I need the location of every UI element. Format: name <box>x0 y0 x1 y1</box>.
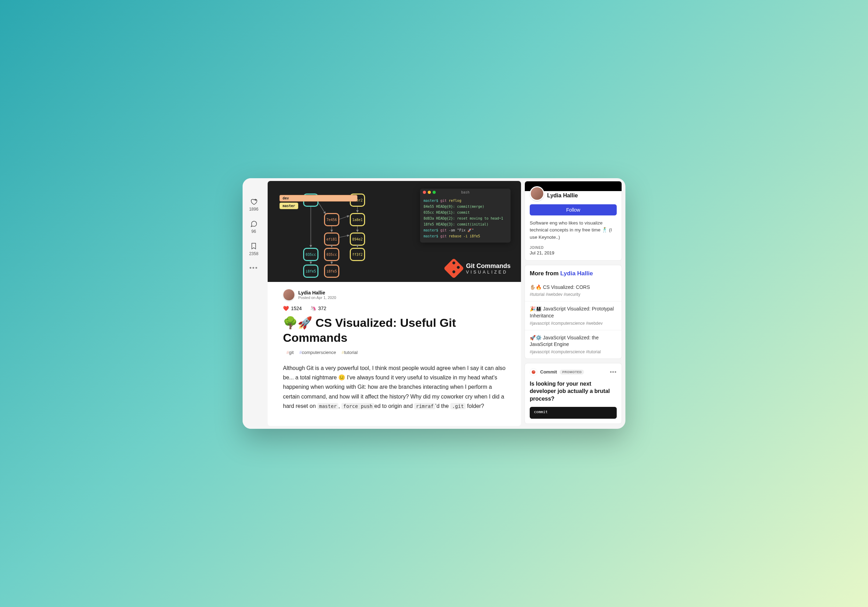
tag-list: #git #computerscience #tutorial <box>283 350 506 355</box>
profile-avatar[interactable] <box>530 186 544 201</box>
author-row: Lydia Hallie Posted on Apr 1, 2020 <box>283 289 506 301</box>
code-inline: .git <box>450 403 466 409</box>
list-item-tags: #javascript #computerscience #webdev <box>530 321 617 326</box>
more-from-list: ✋🏼🔥 CS Visualized: CORS #tutorial #webde… <box>525 280 622 358</box>
code-inline: force push <box>341 403 374 409</box>
list-item[interactable]: ✋🏼🔥 CS Visualized: CORS #tutorial #webde… <box>525 280 622 301</box>
commit-node: 035cc <box>324 248 339 261</box>
svg-line-8 <box>339 216 349 219</box>
post-date: Posted on Apr 1, 2020 <box>298 296 336 300</box>
promoted-badge: PROMOTED <box>560 370 584 375</box>
action-bar: 1896 96 2358 ••• <box>243 178 265 429</box>
tag-tutorial[interactable]: #tutorial <box>341 350 357 355</box>
joined-date: Jul 21, 2019 <box>530 250 617 255</box>
commit-node: ff3f2 <box>350 248 365 261</box>
master-tag: master <box>279 203 298 209</box>
commit-node: 1a8e1 <box>350 213 365 226</box>
commit-node: efi81 <box>324 232 339 246</box>
author-avatar[interactable] <box>283 289 295 301</box>
code-inline: rimraf <box>414 403 436 409</box>
commit-node: 035cc <box>303 248 318 261</box>
terminal-title: bash <box>420 190 511 194</box>
promo-name[interactable]: Commit <box>540 369 557 375</box>
promo-title[interactable]: Is looking for your next developer job a… <box>530 380 617 403</box>
reactions-row: ❤️ 1524 🦄 372 <box>283 306 506 311</box>
tag-git[interactable]: #git <box>287 350 294 355</box>
follow-button[interactable]: Follow <box>530 204 617 215</box>
code-inline: master <box>318 403 339 409</box>
article-paragraph: Although Git is a very powerful tool, I … <box>283 363 506 411</box>
heart-reaction[interactable]: ❤️ 1524 <box>283 306 302 311</box>
heart-icon <box>250 198 257 205</box>
bookmark-button[interactable]: 2358 <box>249 242 259 256</box>
author-name[interactable]: Lydia Hallie <box>298 290 336 296</box>
terminal-body: master$ git reflog 84e55 HEAD@{0}: commi… <box>420 196 511 243</box>
sidebar: Lydia Hallie Follow Software eng who lik… <box>521 178 625 429</box>
article: HEAD master 84e55 7e456 efi81 035cc 035c… <box>268 181 521 426</box>
comment-button[interactable]: 96 <box>250 220 257 234</box>
list-item-title: 🚀⚙️ JavaScript Visualized: the JavaScrip… <box>530 334 617 348</box>
brand-subtitle: VISUALIZED <box>466 270 511 275</box>
terminal: bash master$ git reflog 84e55 HEAD@{0}: … <box>420 189 511 243</box>
article-body: Lydia Hallie Posted on Apr 1, 2020 ❤️ 15… <box>268 282 521 424</box>
joined-label: JOINED <box>530 246 617 249</box>
heart-reaction-count: 1524 <box>291 306 302 311</box>
bookmark-count: 2358 <box>249 251 259 256</box>
comment-icon <box>250 220 257 228</box>
list-item[interactable]: 🚀⚙️ JavaScript Visualized: the JavaScrip… <box>525 330 622 358</box>
commit-node: 7e456 <box>324 213 339 226</box>
promo-logo-icon <box>530 368 537 376</box>
list-item-title: ✋🏼🔥 CS Visualized: CORS <box>530 284 617 291</box>
list-item-tags: #javascript #computerscience #tutorial <box>530 350 617 354</box>
promoted-card: Commit PROMOTED ••• Is looking for your … <box>524 363 622 424</box>
heart-emoji-icon: ❤️ <box>283 306 289 311</box>
more-from-card: More from Lydia Hallie ✋🏼🔥 CS Visualized… <box>524 265 622 359</box>
profile-name[interactable]: Lydia Hallie <box>547 192 578 199</box>
cover-brand: Git Commands VISUALIZED <box>446 261 511 276</box>
svg-line-9 <box>339 235 349 237</box>
unicorn-emoji-icon: 🦄 <box>310 306 316 311</box>
profile-card: Lydia Hallie Follow Software eng who lik… <box>524 181 622 261</box>
more-from-author-link[interactable]: Lydia Hallie <box>560 270 593 277</box>
svg-line-3 <box>318 203 326 214</box>
unicorn-reaction[interactable]: 🦄 372 <box>310 306 326 311</box>
list-item-tags: #tutorial #webdev #security <box>530 292 617 297</box>
more-actions-button[interactable]: ••• <box>250 265 258 272</box>
terminal-titlebar: bash <box>420 189 511 196</box>
promo-menu-button[interactable]: ••• <box>610 369 617 375</box>
like-button[interactable]: 1896 <box>249 198 259 212</box>
more-from-header: More from Lydia Hallie <box>525 265 622 280</box>
comment-count: 96 <box>251 229 256 234</box>
commit-node: 894e2 <box>350 232 365 246</box>
like-count: 1896 <box>249 207 259 212</box>
dev-tag: dev <box>279 195 357 201</box>
unicorn-reaction-count: 372 <box>318 306 326 311</box>
tag-computerscience[interactable]: #computerscience <box>299 350 336 355</box>
brand-title: Git Commands <box>466 262 511 270</box>
promo-image[interactable]: commit <box>530 407 617 419</box>
cover-image: HEAD master 84e55 7e456 efi81 035cc 035c… <box>268 181 521 282</box>
commit-graph: HEAD master 84e55 7e456 efi81 035cc 035c… <box>278 189 410 274</box>
list-item[interactable]: 🎉👨‍👩‍👧‍👦 JavaScript Visualized: Prototyp… <box>525 301 622 330</box>
commit-node: i8fe5 <box>324 265 339 278</box>
profile-bio: Software eng who likes to visualize tech… <box>530 220 617 241</box>
git-logo-icon <box>443 258 464 279</box>
list-item-title: 🎉👨‍👩‍👧‍👦 JavaScript Visualized: Prototyp… <box>530 306 617 319</box>
article-title: 🌳🚀 CS Visualized: Useful Git Commands <box>283 315 506 345</box>
commit-node: i8fe5 <box>303 265 318 278</box>
app-window: 1896 96 2358 ••• HEAD master 84e55 7e456… <box>243 178 625 429</box>
bookmark-icon <box>250 242 257 250</box>
